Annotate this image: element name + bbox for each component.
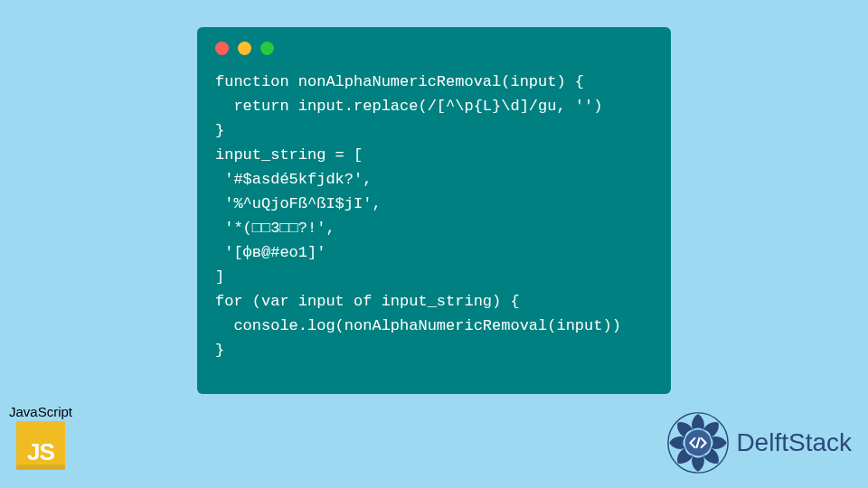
delftstack-logo-icon: [665, 410, 731, 475]
minimize-icon: [238, 42, 251, 55]
code-content: function nonAlphaNumericRemoval(input) {…: [215, 70, 653, 362]
brand-name: DelftStack: [736, 428, 852, 457]
brand-footer: DelftStack: [665, 410, 852, 475]
maximize-icon: [260, 42, 274, 55]
code-window: function nonAlphaNumericRemoval(input) {…: [197, 27, 671, 394]
javascript-label: JavaScript: [9, 404, 72, 419]
javascript-logo-icon: JS: [16, 421, 65, 470]
window-controls: [215, 42, 653, 55]
javascript-logo-text: JS: [16, 438, 65, 466]
close-icon: [215, 42, 229, 55]
javascript-badge: JavaScript JS: [9, 404, 72, 470]
